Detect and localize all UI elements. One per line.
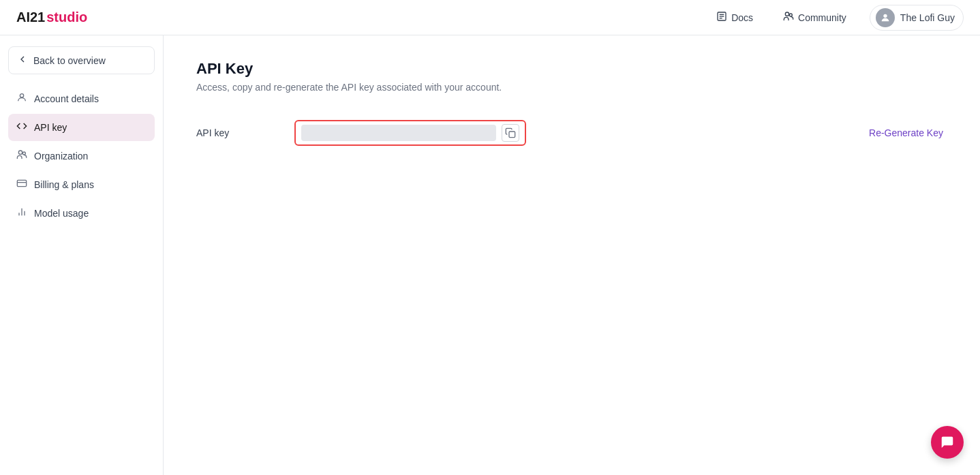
api-key-label: API key [196, 127, 278, 138]
sidebar-item-api-key[interactable]: API key [8, 114, 155, 141]
logo-studio: studio [46, 10, 87, 25]
svg-point-6 [883, 14, 887, 17]
account-icon [16, 92, 27, 106]
community-icon [783, 11, 794, 24]
svg-point-9 [22, 152, 25, 155]
api-key-row: API key Re-Generate Key [196, 120, 947, 146]
header-right: Docs Community The Lofi Guy [709, 5, 964, 31]
page-subtitle: Access, copy and re-generate the API key… [196, 82, 947, 93]
sidebar: Back to overview Account details API key… [0, 35, 164, 475]
svg-point-7 [20, 94, 23, 97]
api-key-masked-value [301, 125, 496, 141]
sidebar-item-account[interactable]: Account details [8, 85, 155, 112]
svg-rect-10 [17, 180, 26, 186]
back-to-overview-button[interactable]: Back to overview [8, 46, 155, 74]
user-name: The Lofi Guy [900, 12, 955, 23]
avatar [876, 8, 895, 27]
svg-point-5 [789, 14, 792, 16]
docs-button[interactable]: Docs [709, 7, 760, 28]
svg-rect-15 [509, 132, 515, 138]
logo-ai21: AI21 [16, 10, 45, 25]
header: AI21 studio Docs Community The Lofi Guy [0, 0, 980, 35]
layout: Back to overview Account details API key… [0, 35, 980, 475]
sidebar-item-model-usage-label: Model usage [34, 208, 89, 219]
sidebar-item-api-key-label: API key [34, 122, 67, 133]
sidebar-item-organization[interactable]: Organization [8, 142, 155, 170]
sidebar-item-billing[interactable]: Billing & plans [8, 171, 155, 198]
api-key-icon [16, 121, 27, 134]
docs-icon [716, 11, 727, 24]
main-content: API Key Access, copy and re-generate the… [164, 35, 980, 475]
sidebar-item-account-label: Account details [34, 93, 99, 104]
sidebar-item-model-usage[interactable]: Model usage [8, 200, 155, 227]
back-arrow-icon [17, 54, 28, 67]
docs-label: Docs [731, 12, 753, 23]
billing-icon [16, 178, 27, 191]
sidebar-item-organization-label: Organization [34, 151, 88, 162]
svg-point-4 [785, 12, 788, 16]
back-label: Back to overview [33, 55, 106, 66]
page-title: API Key [196, 60, 947, 78]
sidebar-item-billing-label: Billing & plans [34, 179, 94, 190]
regenerate-key-button[interactable]: Re-Generate Key [865, 123, 947, 142]
chat-bubble-button[interactable] [931, 426, 964, 459]
organization-icon [16, 149, 27, 163]
logo: AI21 studio [16, 10, 87, 25]
community-label: Community [798, 12, 846, 23]
model-usage-icon [16, 206, 27, 220]
user-button[interactable]: The Lofi Guy [870, 5, 964, 31]
copy-api-key-button[interactable] [502, 124, 519, 142]
api-key-field-wrapper [294, 120, 526, 146]
community-button[interactable]: Community [776, 7, 853, 28]
svg-point-8 [18, 151, 22, 154]
